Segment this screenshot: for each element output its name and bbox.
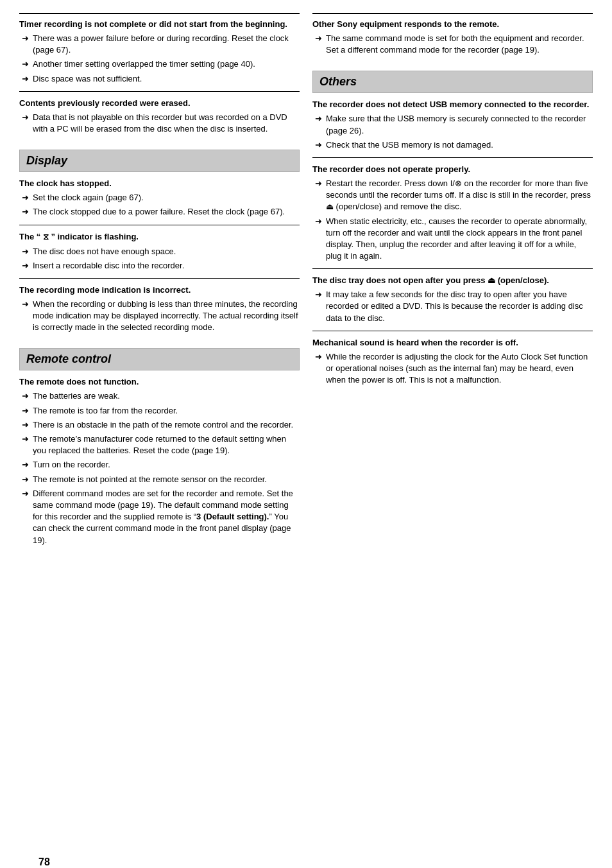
page-number: 78 bbox=[38, 856, 50, 868]
list-item: ➜ Insert a recordable disc into the reco… bbox=[19, 260, 300, 272]
list-item: ➜ It may take a few seconds for the disc… bbox=[312, 289, 593, 324]
contents-erased-title: Contents previously recorded were erased… bbox=[19, 98, 300, 108]
indicator-symbol: ⧖ bbox=[43, 232, 49, 241]
indicator-flashing-title: The “ ⧖ ” indicator is flashing. bbox=[19, 232, 300, 242]
bullet-text: The clock stopped due to a power failure… bbox=[33, 206, 300, 218]
arrow-icon: ➜ bbox=[22, 299, 29, 309]
sony-equipment-title: Other Sony equipment responds to the rem… bbox=[312, 19, 593, 29]
indicator-flashing-block: The “ ⧖ ” indicator is flashing. ➜ The d… bbox=[19, 232, 300, 272]
bullet-text: The disc does not have enough space. bbox=[33, 246, 300, 257]
bullet-text: The remote’s manufacturer code returned … bbox=[33, 433, 300, 456]
timer-recording-block: Timer recording is not complete or did n… bbox=[19, 19, 300, 85]
arrow-icon: ➜ bbox=[22, 207, 29, 216]
mechanical-sound-title: Mechanical sound is heard when the recor… bbox=[312, 338, 593, 347]
list-item: ➜ Data that is not playable on this reco… bbox=[19, 112, 300, 135]
bullet-text: Set the clock again (page 67). bbox=[33, 192, 300, 204]
usb-memory-block: The recorder does not detect USB memory … bbox=[312, 100, 593, 151]
arrow-icon: ➜ bbox=[22, 474, 29, 484]
arrow-icon: ➜ bbox=[22, 420, 29, 430]
bullet-text: Insert a recordable disc into the record… bbox=[33, 260, 300, 272]
list-item: ➜ When static electricity, etc., causes … bbox=[312, 216, 593, 263]
list-item: ➜ Another timer setting overlapped the t… bbox=[19, 58, 300, 70]
arrow-icon: ➜ bbox=[315, 33, 322, 43]
arrow-icon: ➜ bbox=[315, 216, 322, 226]
arrow-icon: ➜ bbox=[22, 193, 29, 202]
contents-erased-block: Contents previously recorded were erased… bbox=[19, 98, 300, 135]
list-item: ➜ The disc does not have enough space. bbox=[19, 246, 300, 257]
list-item: ➜ The clock stopped due to a power failu… bbox=[19, 206, 300, 218]
arrow-icon: ➜ bbox=[315, 290, 322, 299]
list-item: ➜ The same command mode is set for both … bbox=[312, 33, 593, 56]
list-item: ➜ Check that the USB memory is not damag… bbox=[312, 139, 593, 151]
remote-control-section-label: Remote control bbox=[26, 352, 111, 365]
arrow-icon: ➜ bbox=[22, 112, 29, 122]
list-item: ➜ When the recording or dubbing is less … bbox=[19, 299, 300, 334]
bullet-text: When static electricity, etc., causes th… bbox=[326, 216, 593, 263]
indicator-title-pre: The “ bbox=[19, 232, 43, 241]
arrow-icon: ➜ bbox=[22, 59, 29, 69]
usb-memory-title: The recorder does not detect USB memory … bbox=[312, 100, 593, 109]
clock-stopped-title: The clock has stopped. bbox=[19, 178, 300, 188]
recording-mode-title: The recording mode indication is incorre… bbox=[19, 285, 300, 295]
mechanical-sound-block: Mechanical sound is heard when the recor… bbox=[312, 338, 593, 386]
list-item: ➜ While the recorder is adjusting the cl… bbox=[312, 351, 593, 386]
recorder-operate-block: The recorder does not operate properly. … bbox=[312, 164, 593, 262]
sony-equipment-block: Other Sony equipment responds to the rem… bbox=[312, 19, 593, 56]
list-item: ➜ Set the clock again (page 67). bbox=[19, 192, 300, 204]
bullet-text: There was a power failure before or duri… bbox=[33, 33, 300, 56]
arrow-icon: ➜ bbox=[22, 406, 29, 415]
display-section-label: Display bbox=[26, 154, 67, 167]
bullet-text: Turn on the recorder. bbox=[33, 459, 300, 471]
arrow-icon: ➜ bbox=[22, 391, 29, 401]
list-item: ➜ Make sure that the USB memory is secur… bbox=[312, 113, 593, 136]
recording-mode-block: The recording mode indication is incorre… bbox=[19, 285, 300, 334]
arrow-icon: ➜ bbox=[22, 247, 29, 256]
arrow-icon: ➜ bbox=[315, 178, 322, 188]
display-section-header: Display bbox=[19, 150, 300, 172]
bullet-text: The remote is not pointed at the remote … bbox=[33, 474, 300, 485]
list-item: ➜ Restart the recorder. Press down I/⊗ o… bbox=[312, 178, 593, 213]
remote-control-section-header: Remote control bbox=[19, 348, 300, 370]
bullet-text: Check that the USB memory is not damaged… bbox=[326, 139, 593, 151]
clock-stopped-block: The clock has stopped. ➜ Set the clock a… bbox=[19, 178, 300, 218]
list-item: ➜ Disc space was not sufficient. bbox=[19, 73, 300, 85]
bullet-text: There is an obstacle in the path of the … bbox=[33, 419, 300, 431]
arrow-icon: ➜ bbox=[22, 74, 29, 83]
arrow-icon: ➜ bbox=[22, 434, 29, 444]
remote-function-title: The remote does not function. bbox=[19, 377, 300, 386]
timer-recording-title: Timer recording is not complete or did n… bbox=[19, 19, 300, 29]
list-item: ➜ Turn on the recorder. bbox=[19, 459, 300, 471]
bullet-text: The batteries are weak. bbox=[33, 390, 300, 402]
list-item: ➜ Different command modes are set for th… bbox=[19, 488, 300, 546]
arrow-icon: ➜ bbox=[22, 489, 29, 498]
bullet-text: When the recording or dubbing is less th… bbox=[33, 299, 300, 334]
list-item: ➜ There is an obstacle in the path of th… bbox=[19, 419, 300, 431]
others-section-label: Others bbox=[319, 75, 357, 88]
list-item: ➜ The remote is too far from the recorde… bbox=[19, 405, 300, 417]
arrow-icon: ➜ bbox=[315, 352, 322, 361]
recorder-operate-title: The recorder does not operate properly. bbox=[312, 164, 593, 174]
list-item: ➜ The remote is not pointed at the remot… bbox=[19, 474, 300, 485]
remote-function-block: The remote does not function. ➜ The batt… bbox=[19, 377, 300, 546]
list-item: ➜ The batteries are weak. bbox=[19, 390, 300, 402]
arrow-icon: ➜ bbox=[315, 114, 322, 123]
bullet-text: Disc space was not sufficient. bbox=[33, 73, 300, 85]
disc-tray-block: The disc tray does not open after you pr… bbox=[312, 275, 593, 324]
bullet-text: The remote is too far from the recorder. bbox=[33, 405, 300, 417]
arrow-icon: ➜ bbox=[22, 261, 29, 270]
bullet-text: Another timer setting overlapped the tim… bbox=[33, 58, 300, 70]
bullet-text: Data that is not playable on this record… bbox=[33, 112, 300, 135]
list-item: ➜ There was a power failure before or du… bbox=[19, 33, 300, 56]
bullet-text: Make sure that the USB memory is securel… bbox=[326, 113, 593, 136]
arrow-icon: ➜ bbox=[315, 140, 322, 150]
bullet-text: The same command mode is set for both th… bbox=[326, 33, 593, 56]
bullet-text: Restart the recorder. Press down I/⊗ on … bbox=[326, 178, 593, 213]
arrow-icon: ➜ bbox=[22, 460, 29, 469]
indicator-title-post: ” indicator is flashing. bbox=[49, 232, 139, 241]
disc-tray-title: The disc tray does not open after you pr… bbox=[312, 275, 593, 285]
bullet-text: Different command modes are set for the … bbox=[33, 488, 300, 546]
bullet-text: While the recorder is adjusting the cloc… bbox=[326, 351, 593, 386]
others-section-header: Others bbox=[312, 71, 593, 93]
arrow-icon: ➜ bbox=[22, 33, 29, 43]
list-item: ➜ The remote’s manufacturer code returne… bbox=[19, 433, 300, 456]
